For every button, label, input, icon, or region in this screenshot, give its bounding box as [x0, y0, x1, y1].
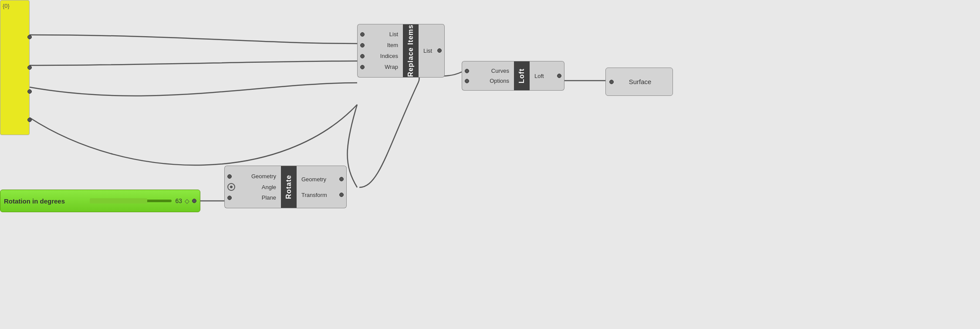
port-label-angle-in: Angle: [235, 184, 276, 190]
port-dot-options: [465, 79, 469, 83]
yellow-port-2: [27, 64, 32, 71]
rotate-node: Geometry Angle Plane Rotate Geometry Tra…: [224, 166, 347, 208]
loft-inputs: Curves Options: [462, 61, 514, 91]
port-label-transform-out: Transform: [301, 192, 339, 198]
port-dot-curves: [465, 69, 469, 73]
port-label-options: Options: [469, 78, 509, 84]
angle-icon: [227, 183, 235, 191]
port-dot-loft-out: [557, 74, 561, 78]
slider-diamond: ◇: [185, 197, 189, 204]
port-label-indices: Indices: [365, 53, 398, 59]
replace-items-inputs: List Item Indices Wrap: [357, 24, 403, 78]
loft-center-bar: Loft: [514, 61, 530, 91]
yellow-node-text: {0}: [0, 0, 29, 11]
port-label-plane-in: Plane: [232, 194, 276, 201]
slider-value: 63: [175, 197, 182, 204]
port-label-wrap: Wrap: [365, 64, 398, 70]
port-label-list-out: List: [423, 47, 437, 54]
loft-title: Loft: [518, 68, 526, 83]
yellow-port-4: [27, 116, 32, 124]
port-dot-list-out: [437, 48, 442, 53]
port-dot-geometry-out: [339, 177, 344, 181]
port-label-item: Item: [365, 42, 398, 48]
replace-items-center-bar: Replace Items: [403, 24, 419, 78]
rotate-outputs: Geometry Transform: [297, 166, 347, 208]
port-row-angle-in: Angle: [227, 183, 278, 191]
port-dot-indices: [360, 54, 365, 58]
surface-node: Surface: [605, 68, 673, 96]
port-label-curves: Curves: [469, 68, 509, 74]
port-row-list: List: [360, 31, 400, 37]
loft-outputs: Loft: [530, 61, 564, 91]
rotate-inputs: Geometry Angle Plane: [224, 166, 281, 208]
rotate-center-bar: Rotate: [281, 166, 297, 208]
port-label-geometry-out: Geometry: [301, 176, 339, 183]
yellow-port-3: [27, 88, 32, 95]
yellow-port-1: [27, 33, 32, 41]
port-dot-wrap: [360, 65, 365, 69]
port-row-item: Item: [360, 42, 400, 48]
port-row-transform-out: Transform: [299, 192, 344, 198]
slider-track[interactable]: [90, 200, 172, 202]
yellow-panel-node: {0}: [0, 0, 30, 135]
port-dot-transform-out: [339, 193, 344, 197]
replace-items-node: List Item Indices Wrap Replace Items Lis…: [357, 24, 445, 78]
slider-label: Rotation in degrees: [4, 197, 86, 205]
port-label-loft-out: Loft: [534, 73, 557, 79]
port-dot-item: [360, 43, 365, 47]
port-dot-plane-in: [227, 196, 232, 200]
replace-items-title: Replace Items: [407, 24, 415, 77]
port-row-plane-in: Plane: [227, 194, 278, 201]
port-row-geometry-out: Geometry: [299, 176, 344, 183]
port-row-loft-out: Loft: [532, 73, 561, 79]
replace-items-outputs: List: [419, 24, 445, 78]
slider-output-port: [192, 197, 196, 205]
port-row-wrap: Wrap: [360, 64, 400, 70]
port-dot-list: [360, 32, 365, 37]
port-row-list-out: List: [421, 47, 442, 54]
port-dot-surface-in: [609, 80, 614, 84]
surface-label: Surface: [629, 78, 652, 85]
port-row-options: Options: [465, 78, 511, 84]
port-label-geometry-in: Geometry: [232, 173, 276, 180]
port-row-indices: Indices: [360, 53, 400, 59]
rotation-slider-node[interactable]: Rotation in degrees 63 ◇: [0, 190, 200, 212]
loft-node: Curves Options Loft Loft: [462, 61, 564, 91]
port-row-geometry-in: Geometry: [227, 173, 278, 180]
port-label-list: List: [365, 31, 398, 37]
rotate-title: Rotate: [285, 175, 293, 199]
port-row-curves: Curves: [465, 68, 511, 74]
port-dot-geometry-in: [227, 174, 232, 179]
